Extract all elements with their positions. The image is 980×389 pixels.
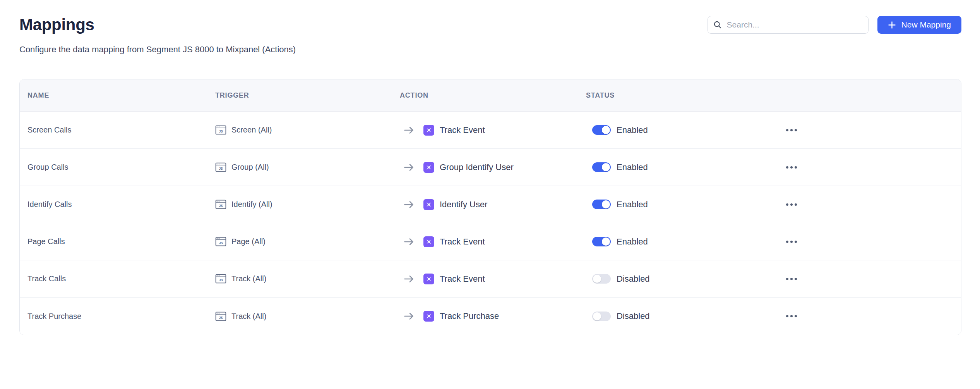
search-input[interactable] xyxy=(727,20,863,29)
toggle-knob xyxy=(602,200,610,208)
status-toggle[interactable] xyxy=(592,162,611,172)
status-label: Enabled xyxy=(617,200,648,210)
search-box xyxy=(708,16,869,34)
new-mapping-button[interactable]: New Mapping xyxy=(877,16,961,34)
arrow-right-icon xyxy=(404,312,414,321)
mixpanel-icon xyxy=(423,236,434,247)
menu-cell xyxy=(773,122,961,138)
svg-text:JS: JS xyxy=(219,129,223,133)
status-toggle[interactable] xyxy=(592,200,611,209)
mixpanel-icon xyxy=(423,311,434,322)
mapping-name-cell: Identify Calls xyxy=(20,200,215,209)
trigger-label: Identify (All) xyxy=(231,200,272,209)
status-label: Enabled xyxy=(617,237,648,247)
status-cell: Enabled xyxy=(586,125,773,135)
arrow-right-icon xyxy=(404,126,414,135)
column-header-trigger: TRIGGER xyxy=(215,91,400,100)
javascript-source-icon: JS xyxy=(215,124,226,136)
mapping-name-cell: Screen Calls xyxy=(20,126,215,134)
trigger-label: Track (All) xyxy=(231,312,266,321)
javascript-source-icon: JS xyxy=(215,162,226,173)
action-cell: Track Event xyxy=(400,236,586,247)
svg-text:JS: JS xyxy=(219,167,223,170)
header-controls: New Mapping xyxy=(708,16,961,34)
trigger-cell: JS Screen (All) xyxy=(215,124,400,136)
trigger-cell: JS Page (All) xyxy=(215,236,400,247)
toggle-knob xyxy=(593,312,601,320)
row-menu-button[interactable] xyxy=(782,122,801,138)
status-toggle[interactable] xyxy=(592,237,611,246)
action-cell: Track Event xyxy=(400,125,586,136)
svg-text:JS: JS xyxy=(219,204,223,208)
svg-text:JS: JS xyxy=(219,241,223,245)
plus-icon xyxy=(888,21,896,29)
menu-cell xyxy=(773,234,961,250)
column-header-name: NAME xyxy=(20,91,215,100)
menu-cell xyxy=(773,271,961,287)
new-mapping-label: New Mapping xyxy=(901,20,951,29)
mixpanel-icon xyxy=(423,274,434,284)
action-label: Track Purchase xyxy=(440,311,499,321)
table-header: NAME TRIGGER ACTION STATUS xyxy=(20,79,961,112)
table-body: Screen Calls JS Screen (All) xyxy=(20,112,961,335)
trigger-cell: JS Track (All) xyxy=(215,273,400,284)
arrow-right-icon xyxy=(404,274,414,284)
toggle-knob xyxy=(602,163,610,171)
mappings-page: Mappings New Mapping Configure the data … xyxy=(0,0,980,389)
table-row: Screen Calls JS Screen (All) xyxy=(20,112,961,149)
trigger-label: Track (All) xyxy=(231,274,266,283)
mapping-name: Track Purchase xyxy=(27,312,81,321)
status-toggle[interactable] xyxy=(592,274,611,284)
status-toggle[interactable] xyxy=(592,125,611,135)
mixpanel-icon xyxy=(423,162,434,173)
mapping-name-cell: Page Calls xyxy=(20,237,215,246)
menu-cell xyxy=(773,197,961,212)
action-cell: Track Event xyxy=(400,274,586,284)
trigger-cell: JS Group (All) xyxy=(215,162,400,173)
svg-text:JS: JS xyxy=(219,278,223,282)
mappings-table: NAME TRIGGER ACTION STATUS Screen Calls … xyxy=(19,79,961,335)
javascript-source-icon: JS xyxy=(215,311,226,322)
column-header-action: ACTION xyxy=(400,91,586,100)
action-cell: Group Identify User xyxy=(400,162,586,173)
row-menu-button[interactable] xyxy=(782,308,801,324)
mapping-name-cell: Track Calls xyxy=(20,274,215,283)
status-toggle[interactable] xyxy=(592,312,611,321)
row-menu-button[interactable] xyxy=(782,234,801,250)
table-row: Track Calls JS Track (All) xyxy=(20,260,961,298)
status-cell: Disabled xyxy=(586,311,773,321)
menu-cell xyxy=(773,308,961,324)
action-label: Track Event xyxy=(440,274,485,284)
action-label: Group Identify User xyxy=(440,162,514,172)
status-label: Disabled xyxy=(617,274,650,284)
status-cell: Enabled xyxy=(586,200,773,210)
table-row: Page Calls JS Page (All) xyxy=(20,223,961,260)
trigger-cell: JS Track (All) xyxy=(215,311,400,322)
status-label: Enabled xyxy=(617,162,648,172)
action-label: Track Event xyxy=(440,237,485,247)
column-header-status: STATUS xyxy=(586,91,773,100)
mapping-name-cell: Group Calls xyxy=(20,163,215,172)
status-cell: Enabled xyxy=(586,237,773,247)
javascript-source-icon: JS xyxy=(215,236,226,247)
row-menu-button[interactable] xyxy=(782,197,801,212)
mapping-name-cell: Track Purchase xyxy=(20,312,215,321)
row-menu-button[interactable] xyxy=(782,271,801,287)
status-label: Enabled xyxy=(617,125,648,135)
status-cell: Enabled xyxy=(586,162,773,172)
action-cell: Track Purchase xyxy=(400,311,586,322)
table-row: Identify Calls JS Identify (All) xyxy=(20,186,961,223)
page-subtitle: Configure the data mapping from Segment … xyxy=(19,45,961,54)
search-icon xyxy=(713,21,722,29)
arrow-right-icon xyxy=(404,237,414,246)
toggle-knob xyxy=(602,126,610,134)
trigger-label: Page (All) xyxy=(231,237,266,246)
mixpanel-icon xyxy=(423,125,434,136)
status-cell: Disabled xyxy=(586,274,773,284)
mixpanel-icon xyxy=(423,199,434,210)
javascript-source-icon: JS xyxy=(215,199,226,210)
row-menu-button[interactable] xyxy=(782,160,801,175)
mapping-name: Track Calls xyxy=(27,274,66,283)
status-label: Disabled xyxy=(617,311,650,321)
action-label: Identify User xyxy=(440,200,488,210)
